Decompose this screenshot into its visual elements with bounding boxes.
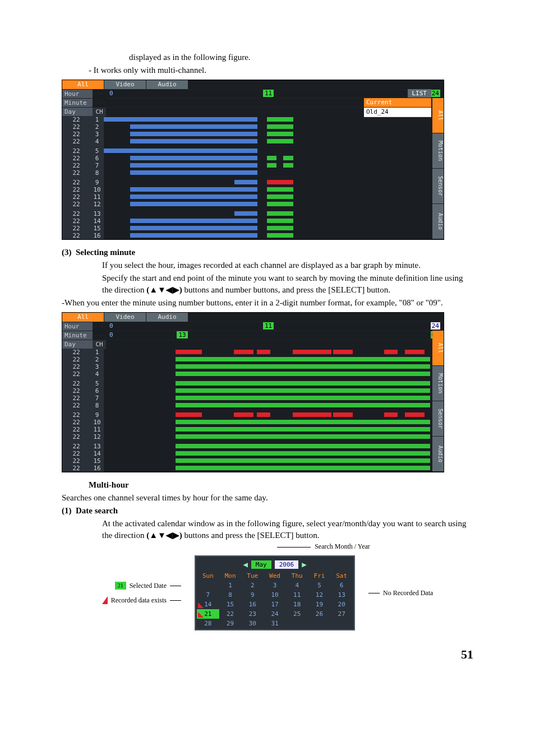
tab-video-2[interactable]: Video xyxy=(104,313,146,322)
day-value: 22 xyxy=(62,426,90,433)
channel-bar-row xyxy=(104,450,430,457)
calendar-day-cell[interactable]: 28 xyxy=(197,619,219,628)
channel-number: 7 xyxy=(90,162,104,169)
channel-bar-row xyxy=(104,402,430,409)
calendar-dayname: Mon xyxy=(219,571,242,581)
minute-label-2: Minute xyxy=(62,331,93,340)
side-tab-motion[interactable]: Motion xyxy=(432,133,444,169)
search-month-year-label: Search Month / Year xyxy=(174,542,473,551)
calendar-day-cell[interactable]: 15 xyxy=(219,600,242,609)
calendar-day-cell[interactable]: 30 xyxy=(241,619,264,628)
next-month-button[interactable]: ▶ xyxy=(302,560,306,569)
calendar-day-cell[interactable]: 25 xyxy=(286,609,308,619)
side-tab-all[interactable]: All xyxy=(432,98,444,133)
hour-max-2: 24 xyxy=(431,322,440,330)
day-value: 22 xyxy=(62,450,90,457)
calendar-day-cell[interactable]: 26 xyxy=(308,609,331,619)
calendar-day-cell[interactable]: 31 xyxy=(264,619,286,628)
day-value: 22 xyxy=(62,419,90,426)
calendar-day-cell[interactable]: 23 xyxy=(241,609,264,619)
day-value: 22 xyxy=(62,232,90,239)
dropdown-current[interactable]: Current xyxy=(364,98,431,108)
calendar-day-cell[interactable]: 9 xyxy=(241,590,264,600)
calendar-day-cell[interactable]: 2 xyxy=(241,581,264,590)
calendar-day-cell[interactable]: 29 xyxy=(219,619,242,628)
hour-marker-2[interactable]: 11 xyxy=(263,322,274,330)
prev-month-button[interactable]: ◀ xyxy=(243,560,247,569)
channel-bar-row xyxy=(104,123,430,131)
side-tab-motion-2[interactable]: Motion xyxy=(432,366,444,401)
calendar-day-cell[interactable]: 7 xyxy=(197,590,219,600)
calendar-day-cell xyxy=(308,619,331,628)
channel-bar-row xyxy=(104,147,430,155)
day-value: 22 xyxy=(62,395,90,402)
calendar-day-cell[interactable]: 6 xyxy=(330,581,353,590)
calendar-day-cell[interactable]: 22 xyxy=(219,609,242,619)
tab-all[interactable]: All xyxy=(62,80,104,89)
tab-audio[interactable]: Audio xyxy=(146,80,188,89)
multihour-heading: Multi-hour xyxy=(62,479,473,491)
channel-number: 4 xyxy=(90,370,104,378)
calendar-day-cell[interactable]: 18 xyxy=(286,600,308,609)
day-value: 22 xyxy=(62,193,90,201)
calendar-day-cell[interactable]: 24 xyxy=(264,609,286,619)
day-value: 22 xyxy=(62,138,90,145)
calendar-day-cell[interactable]: 19 xyxy=(308,600,331,609)
minute-marker-2[interactable]: 13 xyxy=(177,331,187,338)
channel-bar-row xyxy=(104,426,430,433)
month-display[interactable]: May xyxy=(251,560,271,569)
calendar-day-cell[interactable]: 17 xyxy=(264,600,286,609)
calendar-day-cell[interactable]: 11 xyxy=(286,590,308,600)
calendar-day-cell[interactable]: 14 xyxy=(197,600,219,609)
calendar-dayname: Thu xyxy=(286,571,308,581)
tab-video[interactable]: Video xyxy=(104,80,146,89)
channel-number: 15 xyxy=(90,225,104,232)
hour-scale-max: 24 xyxy=(431,90,440,97)
calendar-day-cell[interactable]: 8 xyxy=(219,590,242,600)
calendar-dayname: Wed xyxy=(264,571,286,581)
channel-number: 6 xyxy=(90,155,104,162)
year-display[interactable]: 2006 xyxy=(275,560,299,569)
calendar-day-cell[interactable]: 4 xyxy=(286,581,308,590)
hour-label-2: Hour xyxy=(62,322,93,331)
channel-bar-row xyxy=(104,162,430,169)
calendar-day-cell[interactable]: 16 xyxy=(241,600,264,609)
day-value: 22 xyxy=(62,402,90,409)
channel-number: 16 xyxy=(90,232,104,239)
side-tab-audio[interactable]: Audio xyxy=(432,204,444,239)
calendar-day-cell[interactable]: 3 xyxy=(264,581,286,590)
selected-date-example: 21 xyxy=(115,582,126,590)
channel-bar-row xyxy=(104,138,430,145)
channel-bar-row xyxy=(104,443,430,450)
minute-zero-2: 0 xyxy=(109,331,113,338)
calendar-day-cell[interactable]: 10 xyxy=(264,590,286,600)
day-label-2: Day xyxy=(62,340,93,349)
day-value: 22 xyxy=(62,465,90,472)
section3-p1: If you select the hour, images recorded … xyxy=(62,259,473,271)
tab-audio-2[interactable]: Audio xyxy=(146,313,188,322)
list-button[interactable]: LIST xyxy=(408,89,432,98)
channel-number: 15 xyxy=(90,457,104,465)
calendar-day-cell[interactable]: 12 xyxy=(308,590,331,600)
day-label: Day xyxy=(62,107,93,117)
channel-bar-row xyxy=(104,232,430,239)
side-tab-audio-2[interactable]: Audio xyxy=(432,437,444,472)
calendar-day-cell[interactable]: 21 xyxy=(197,609,219,619)
calendar-day-cell[interactable]: 27 xyxy=(330,609,353,619)
calendar-day-cell[interactable]: 1 xyxy=(219,581,242,590)
side-tab-sensor[interactable]: Sensor xyxy=(432,169,444,204)
side-tab-all-2[interactable]: All xyxy=(432,331,444,366)
calendar-day-cell[interactable]: 13 xyxy=(330,590,353,600)
calendar-day-cell[interactable]: 20 xyxy=(330,600,353,609)
calendar-day-cell[interactable]: 5 xyxy=(308,581,331,590)
channel-number: 8 xyxy=(90,402,104,409)
calendar-day-cell xyxy=(330,619,353,628)
tab-all-2[interactable]: All xyxy=(62,313,104,322)
calendar-widget: ◀ May 2006 ▶ SunMonTueWedThuFriSat 12345… xyxy=(195,555,355,630)
channel-bar-row xyxy=(104,186,430,193)
section3-p3: -When you enter the minute using number … xyxy=(62,297,473,309)
minute-label: Minute xyxy=(62,98,93,108)
hour-marker[interactable]: 11 xyxy=(263,90,274,97)
channel-number: 5 xyxy=(90,147,104,155)
side-tab-sensor-2[interactable]: Sensor xyxy=(432,401,444,437)
